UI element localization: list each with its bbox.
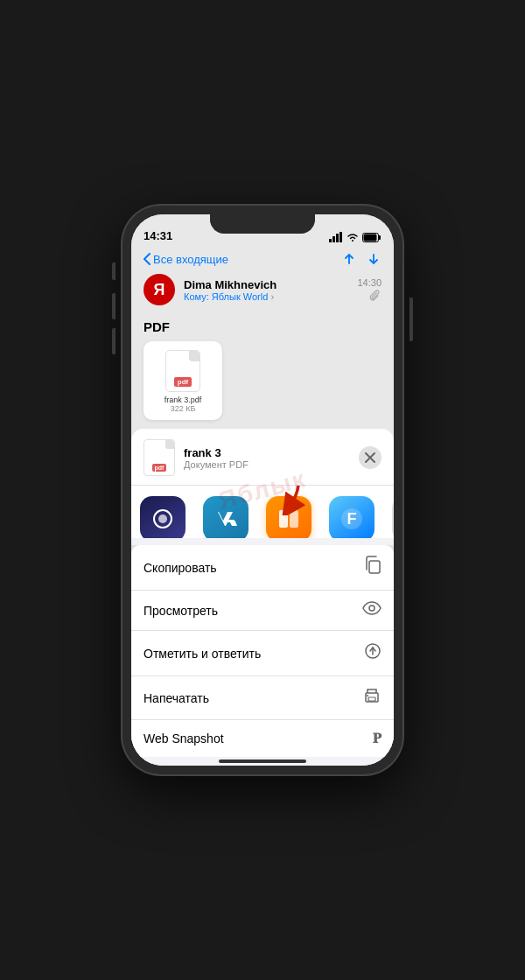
copy-svg	[364, 556, 382, 575]
svg-point-17	[369, 606, 374, 611]
pdf-icon: pdf	[165, 350, 200, 392]
books-logo	[276, 507, 302, 531]
svg-rect-5	[379, 235, 382, 240]
home-bar	[219, 760, 306, 763]
battery-icon	[362, 233, 382, 242]
share-file-name: frank 3	[184, 446, 350, 459]
pdf-filename: frank 3.pdf	[164, 396, 202, 404]
svg-rect-20	[368, 697, 375, 701]
svg-rect-3	[340, 232, 342, 242]
svg-rect-10	[290, 510, 298, 528]
action-print[interactable]: Напечатать	[131, 676, 394, 719]
share-close-button[interactable]	[359, 446, 382, 469]
svg-rect-6	[364, 234, 377, 241]
back-label: Все входящие	[153, 253, 228, 266]
eye-icon	[362, 601, 382, 620]
svg-rect-9	[279, 510, 288, 528]
share-file-type: Документ PDF	[184, 459, 350, 470]
action-copy-label: Скопировать	[144, 561, 217, 575]
app-item-vk[interactable]: VK	[194, 496, 257, 538]
share-file-label: pdf	[152, 464, 167, 472]
signal-icon	[329, 232, 343, 242]
back-icon	[144, 253, 150, 265]
email-header: Все входящие Я Dima Mikhnevich	[131, 246, 394, 314]
app-item-termius[interactable]: Termius	[131, 496, 194, 538]
action-copy[interactable]: Скопировать	[131, 545, 394, 590]
next-arrow[interactable]	[366, 251, 382, 267]
prev-arrow[interactable]	[341, 251, 357, 267]
svg-point-21	[367, 695, 368, 696]
pdf-filesize: 322 КБ	[171, 404, 196, 413]
action-websnapshot[interactable]: Web Snapshot 𝐏	[131, 720, 394, 757]
app-item-filemaster[interactable]: F FileMaster	[320, 496, 383, 538]
notch	[210, 214, 315, 234]
books-icon	[266, 496, 312, 538]
back-button[interactable]: Все входящие	[144, 253, 228, 266]
app-item-more[interactable]: Еще	[383, 496, 394, 538]
vk-icon	[203, 496, 248, 538]
svg-rect-16	[369, 561, 380, 573]
status-time: 14:31	[144, 229, 172, 242]
apps-row: Termius VK	[131, 486, 394, 538]
action-list: Скопировать Просмотреть	[131, 545, 394, 757]
svg-text:F: F	[347, 510, 357, 528]
action-mark-label: Отметить и ответить	[144, 647, 261, 661]
avatar: Я	[144, 274, 175, 305]
close-icon	[365, 452, 375, 463]
share-file-info: frank 3 Документ PDF	[184, 446, 350, 470]
sender-info: Dima Mikhnevich Кому: Яблык World ›	[184, 278, 348, 302]
email-subject: PDF	[131, 314, 394, 334]
nav-arrows	[341, 251, 382, 267]
vk-logo	[213, 511, 239, 527]
share-header: pdf frank 3 Документ PDF	[131, 429, 394, 486]
home-indicator	[131, 757, 394, 766]
share-file-icon: pdf	[144, 439, 175, 476]
eye-svg	[362, 601, 382, 615]
copy-icon	[364, 556, 382, 579]
action-print-label: Напечатать	[144, 691, 209, 705]
more-icon	[392, 496, 394, 538]
action-websnapshot-label: Web Snapshot	[144, 732, 224, 746]
attachment-icon	[369, 290, 382, 302]
svg-rect-1	[332, 236, 335, 242]
action-mark[interactable]: Отметить и ответить	[131, 631, 394, 676]
action-preview[interactable]: Просмотреть	[131, 591, 394, 630]
sender-to: Кому: Яблык World ›	[184, 291, 348, 302]
action-preview-label: Просмотреть	[144, 604, 218, 618]
share-sheet: pdf frank 3 Документ PDF	[131, 429, 394, 766]
print-icon	[362, 687, 382, 709]
wifi-icon	[346, 233, 359, 242]
email-time: 14:30	[357, 277, 382, 302]
app-item-books[interactable]: Книги	[257, 496, 320, 538]
termius-icon	[140, 496, 186, 538]
svg-point-8	[158, 514, 167, 523]
status-icons	[329, 232, 382, 242]
termius-logo	[150, 507, 175, 531]
attachment-area: pdf frank 3.pdf 322 КБ	[131, 334, 394, 429]
filemaster-icon: F	[329, 496, 374, 538]
websnapshot-icon: 𝐏	[373, 731, 382, 746]
sender-name: Dima Mikhnevich	[184, 278, 348, 291]
pdf-attachment[interactable]: pdf frank 3.pdf 322 КБ	[144, 341, 222, 420]
filemaster-logo: F	[339, 506, 365, 532]
print-svg	[362, 687, 382, 704]
mark-icon	[364, 641, 382, 665]
svg-rect-2	[336, 234, 339, 242]
svg-rect-0	[329, 239, 332, 242]
mark-svg	[364, 641, 382, 661]
pdf-label: pdf	[174, 377, 192, 387]
